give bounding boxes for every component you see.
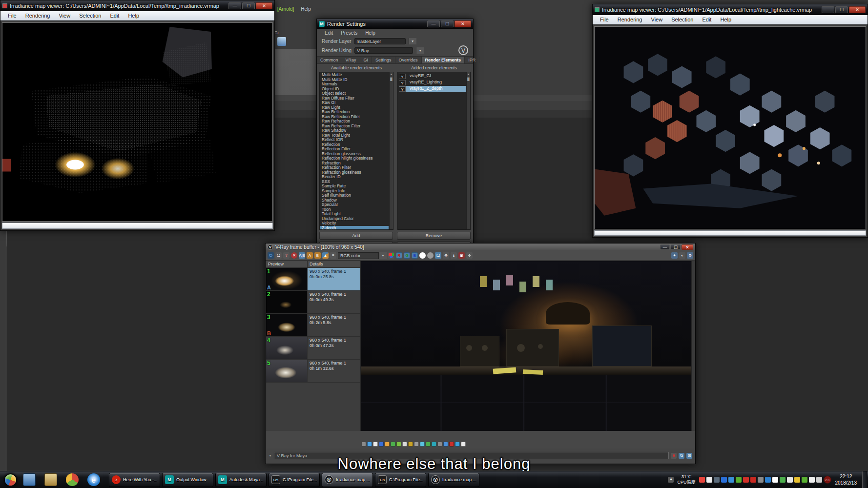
set-b-icon[interactable]: B bbox=[314, 252, 321, 259]
vfb-channel-icon[interactable] bbox=[402, 442, 407, 447]
minimize-button[interactable]: — bbox=[427, 20, 440, 27]
added-render-element[interactable]: Y vrayRE_Lighting bbox=[399, 80, 466, 85]
tray-icon[interactable] bbox=[809, 477, 815, 483]
maya-menu-arnold[interactable]: [Arnold] bbox=[274, 6, 297, 12]
tray-icon[interactable] bbox=[765, 477, 771, 483]
history-row[interactable]: 3 B 960 x 540, frame 1 0h 2m 5.8s bbox=[266, 314, 360, 337]
vfb-channel-icon[interactable] bbox=[455, 442, 460, 447]
save-image-icon[interactable]: 🖫 bbox=[275, 252, 282, 259]
start-button[interactable] bbox=[4, 473, 17, 487]
vfb-channel-icon[interactable] bbox=[361, 442, 366, 447]
render-element-item[interactable]: Render ID bbox=[322, 175, 389, 180]
tray-icon[interactable] bbox=[772, 477, 778, 483]
history-row[interactable]: 1 A 960 x 540, frame 1 0h 0m 25.8s bbox=[266, 268, 360, 291]
viewer2-menu-item[interactable]: Help bbox=[716, 17, 736, 22]
vfb-channel-icon[interactable] bbox=[367, 442, 372, 447]
render-settings-tab[interactable]: Render Elements bbox=[422, 57, 465, 63]
vfb-channel-icon[interactable] bbox=[443, 442, 448, 447]
viewer1-menu-item[interactable]: Edit bbox=[105, 13, 124, 19]
set-a-icon[interactable]: A bbox=[307, 252, 313, 259]
available-list-scrollbar[interactable]: ▲█ bbox=[389, 72, 393, 229]
element-enabled-toggle[interactable]: Y bbox=[399, 74, 406, 79]
render-using-dropdown[interactable]: V-Ray bbox=[354, 47, 413, 54]
show-desktop-pin-icon[interactable] bbox=[23, 473, 36, 486]
element-enabled-toggle[interactable]: Y bbox=[399, 80, 406, 85]
close-button[interactable]: ✕ bbox=[256, 2, 272, 9]
tray-icon[interactable] bbox=[750, 477, 756, 483]
vfb-channel-icon[interactable] bbox=[420, 442, 425, 447]
image-history-icon[interactable]: ▲ bbox=[322, 252, 329, 259]
render-layer-dropdown[interactable]: masterLayer bbox=[354, 38, 406, 44]
history-thumbnail[interactable]: 4 bbox=[266, 337, 308, 359]
viewer2-menu-item[interactable]: Rendering bbox=[613, 17, 647, 22]
added-list-scrollbar[interactable]: ▲█ bbox=[466, 72, 470, 229]
render-settings-menu-item[interactable]: Presets bbox=[338, 30, 360, 36]
vfb-channel-icon[interactable] bbox=[379, 442, 384, 447]
viewer1-canvas[interactable] bbox=[2, 22, 273, 222]
show-desktop-button[interactable] bbox=[862, 471, 867, 488]
remove-button[interactable]: Remove bbox=[397, 232, 471, 240]
tray-icon[interactable] bbox=[787, 477, 793, 483]
taskbar-button[interactable]: C:\ C:\Program File... bbox=[269, 473, 320, 487]
minimize-button[interactable]: — bbox=[822, 6, 834, 13]
chrome-icon[interactable] bbox=[66, 473, 79, 486]
stop-render-icon[interactable]: ✕ bbox=[291, 252, 297, 259]
taskbar-button[interactable]: M Autodesk Maya ... bbox=[215, 473, 267, 487]
vfb-channel-icon[interactable] bbox=[385, 442, 390, 447]
history-thumbnail[interactable]: 3 B bbox=[266, 314, 308, 336]
history-row[interactable]: 2 960 x 540, frame 1 0h 0m 49.3s bbox=[266, 291, 360, 314]
vfb-channel-icon[interactable] bbox=[437, 442, 442, 447]
render-settings-menu-item[interactable]: Help bbox=[362, 30, 378, 36]
display-mode-dropdown[interactable]: RGB color▼ bbox=[338, 252, 387, 259]
viewer2-menu-item[interactable]: Selection bbox=[667, 17, 698, 22]
taskbar-button[interactable]: ♪ Here With You -... bbox=[109, 473, 160, 487]
save-all-channels-icon[interactable]: 🖫 bbox=[435, 252, 441, 259]
green-channel-button[interactable]: G bbox=[404, 252, 410, 259]
viewer2-menu-item[interactable]: File bbox=[596, 17, 613, 22]
vfb-channel-icon[interactable] bbox=[461, 442, 466, 447]
tray-icon[interactable] bbox=[736, 477, 742, 483]
track-mouse-icon[interactable]: ✛ bbox=[466, 252, 473, 259]
maximize-button[interactable]: ☐ bbox=[441, 20, 454, 27]
taskbar-button[interactable]: M Output Window bbox=[162, 473, 213, 487]
viewer2-menu-item[interactable]: Edit bbox=[698, 17, 716, 22]
vfb-channel-icon[interactable] bbox=[396, 442, 401, 447]
viewer2-canvas[interactable] bbox=[594, 26, 866, 229]
mono-channel-icon[interactable] bbox=[419, 252, 426, 259]
ie-icon[interactable]: e bbox=[87, 473, 100, 486]
added-elements-list[interactable]: Y vrayRE_GI Y vrayRE_Lighting Y vrayRE_Z… bbox=[397, 72, 471, 230]
maximize-button[interactable]: ☐ bbox=[242, 2, 255, 9]
alpha-channel-icon[interactable] bbox=[427, 252, 434, 259]
music-count-badge[interactable]: 23 bbox=[824, 476, 831, 484]
added-render-element[interactable]: Y vrayRE_Z_depth bbox=[399, 86, 466, 92]
viewer2-menu-item[interactable]: View bbox=[647, 17, 667, 22]
vfb-channel-icon[interactable] bbox=[373, 442, 378, 447]
color-channels-icon[interactable] bbox=[388, 252, 394, 259]
render-settings-tab[interactable]: Overrides bbox=[395, 57, 422, 63]
element-enabled-toggle[interactable]: Y bbox=[399, 86, 406, 92]
vfb-channel-icon[interactable] bbox=[414, 442, 419, 447]
render-settings-titlebar[interactable]: M Render Settings — ☐ ✕ bbox=[317, 19, 473, 29]
render-settings-tab[interactable]: IPR bbox=[465, 57, 479, 63]
vfb-settings-icon[interactable]: ⚙ bbox=[687, 252, 693, 259]
vfb-channel-icon[interactable] bbox=[426, 442, 431, 447]
minimize-button[interactable]: — bbox=[228, 2, 241, 9]
render-settings-menu-item[interactable]: Edit bbox=[322, 30, 336, 36]
render-view[interactable] bbox=[361, 261, 691, 431]
viewer1-menu-item[interactable]: Rendering bbox=[21, 13, 55, 19]
tray-icon[interactable] bbox=[721, 477, 727, 483]
tray-icon[interactable] bbox=[802, 477, 807, 483]
tray-icon[interactable] bbox=[758, 477, 764, 483]
vfb-channel-icon[interactable] bbox=[408, 442, 413, 447]
load-image-icon[interactable]: ⇪ bbox=[283, 252, 289, 259]
viewer1-titlebar[interactable]: Irradiance map viewer: C:/Users/ADMINI~1… bbox=[0, 0, 274, 11]
tray-icon[interactable] bbox=[699, 477, 705, 483]
viewer1-menu-item[interactable]: Help bbox=[124, 13, 144, 19]
ab-compare-icon[interactable]: A|B bbox=[299, 252, 305, 259]
blue-channel-button[interactable]: B bbox=[412, 252, 418, 259]
history-row[interactable]: 4 960 x 540, frame 1 0h 0m 47.2s bbox=[266, 337, 360, 360]
close-button[interactable]: ✕ bbox=[849, 6, 866, 13]
color-corrections-icon[interactable]: ◐ bbox=[679, 252, 685, 259]
render-element-item[interactable]: Specular bbox=[322, 203, 389, 207]
render-settings-tab[interactable]: Settings bbox=[372, 57, 395, 63]
